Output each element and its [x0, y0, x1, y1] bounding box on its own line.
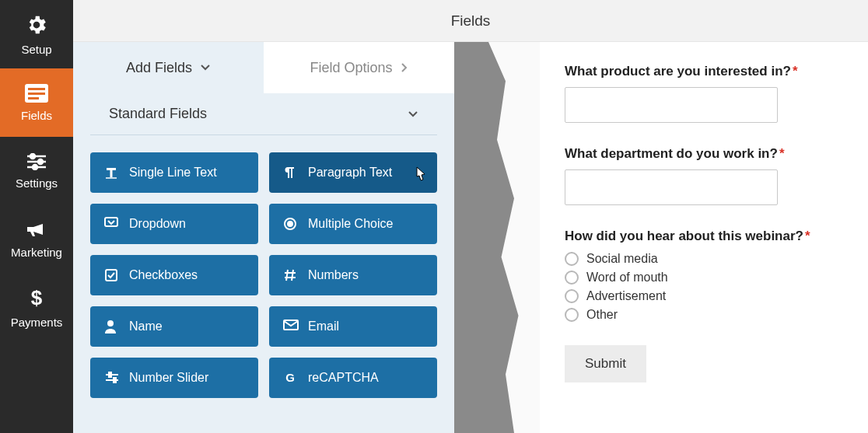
sidebar-item-payments[interactable]: $ Payments: [0, 274, 73, 342]
field-paragraph-text[interactable]: Paragraph Text: [269, 152, 437, 193]
sidebar-item-settings[interactable]: Settings: [0, 137, 73, 205]
svg-line-17: [292, 270, 293, 281]
field-label: Email: [308, 320, 339, 333]
sidebar-label-setup: Setup: [21, 43, 51, 56]
builder-tabs: Add Fields Field Options: [73, 42, 454, 93]
page-title: Fields: [451, 12, 491, 30]
radio-option[interactable]: Advertisement: [565, 289, 826, 303]
svg-rect-15: [106, 270, 117, 281]
radio-icon: [565, 308, 579, 322]
preview-gutter: [454, 42, 540, 433]
chevron-down-icon: [408, 110, 418, 118]
radio-icon: [565, 289, 579, 303]
dollar-icon: $: [30, 288, 43, 309]
field-email[interactable]: Email: [269, 306, 437, 347]
radio-icon: [565, 252, 579, 266]
question-department: What department do you work in?*: [565, 146, 826, 205]
topbar: Fields: [73, 0, 868, 42]
hash-icon: [283, 268, 297, 282]
required-asterisk: *: [805, 229, 810, 243]
radio-option[interactable]: Word of mouth: [565, 271, 826, 285]
tab-add-fields[interactable]: Add Fields: [73, 42, 264, 93]
field-label: reCAPTCHA: [308, 371, 379, 385]
svg-rect-1: [28, 88, 45, 90]
svg-text:G: G: [285, 371, 295, 384]
question-product: What product are you interested in?*: [565, 64, 826, 123]
sliders-icon: [26, 153, 47, 170]
paragraph-icon: [283, 166, 297, 180]
radio-icon: [565, 271, 579, 285]
chevron-down-icon: [200, 64, 211, 72]
field-label: Numbers: [308, 268, 359, 282]
department-input[interactable]: [565, 169, 778, 205]
radio-label: Advertisement: [586, 289, 666, 303]
required-asterisk: *: [779, 146, 785, 161]
radio-option[interactable]: Other: [565, 308, 826, 322]
dropdown-icon: [104, 217, 118, 231]
svg-point-5: [30, 154, 35, 159]
radio-label: Word of mouth: [586, 271, 668, 285]
sidebar-item-fields[interactable]: Fields: [0, 68, 73, 137]
sidebar-item-setup[interactable]: Setup: [0, 0, 73, 68]
field-label: Checkboxes: [129, 268, 198, 282]
field-recaptcha[interactable]: G reCAPTCHA: [269, 358, 437, 398]
sidebar-label-payments: Payments: [11, 316, 63, 329]
field-label: Single Line Text: [129, 166, 217, 180]
radio-icon: [283, 217, 297, 231]
field-label: Paragraph Text: [308, 166, 392, 180]
question-label: How did you hear about this webinar?*: [565, 229, 826, 244]
google-icon: G: [283, 371, 297, 385]
text-icon: [104, 166, 118, 180]
slider-icon: [104, 371, 118, 385]
field-label: Name: [129, 320, 163, 333]
sidebar-label-settings: Settings: [16, 176, 58, 190]
section-title: Standard Fields: [109, 106, 207, 122]
radio-option[interactable]: Social media: [565, 252, 826, 266]
tab-label: Add Fields: [126, 60, 192, 76]
svg-rect-2: [28, 93, 45, 95]
svg-point-14: [288, 222, 292, 226]
form-icon: [25, 84, 48, 103]
svg-point-9: [33, 165, 37, 169]
sidebar-label-marketing: Marketing: [11, 246, 62, 259]
tab-field-options[interactable]: Field Options: [264, 42, 454, 93]
svg-rect-25: [114, 378, 116, 382]
chevron-right-icon: [401, 62, 408, 73]
radio-label: Other: [586, 308, 618, 322]
field-single-line-text[interactable]: Single Line Text: [90, 152, 258, 193]
gear-icon: [25, 13, 48, 37]
field-label: Multiple Choice: [308, 217, 393, 231]
sidebar-item-marketing[interactable]: Marketing: [0, 205, 73, 274]
question-label: What department do you work in?*: [565, 146, 826, 162]
svg-line-16: [286, 270, 288, 281]
field-checkboxes[interactable]: Checkboxes: [90, 255, 258, 295]
svg-text:$: $: [31, 288, 43, 309]
field-name[interactable]: Name: [90, 306, 258, 347]
svg-point-7: [38, 159, 43, 164]
section-standard-fields[interactable]: Standard Fields: [90, 93, 437, 135]
field-multiple-choice[interactable]: Multiple Choice: [269, 204, 437, 244]
svg-rect-3: [28, 97, 39, 100]
field-label: Dropdown: [129, 217, 186, 231]
sidebar-label-fields: Fields: [21, 109, 52, 122]
question-hear-about: How did you hear about this webinar?* So…: [565, 229, 826, 322]
main-area: Fields Add Fields Field Options: [73, 0, 868, 433]
field-numbers[interactable]: Numbers: [269, 255, 437, 295]
field-dropdown[interactable]: Dropdown: [90, 204, 258, 244]
svg-point-20: [107, 320, 114, 326]
question-label: What product are you interested in?*: [565, 64, 826, 79]
tab-label: Field Options: [310, 60, 392, 76]
body-row: Add Fields Field Options Standard Fields: [73, 42, 868, 433]
submit-button[interactable]: Submit: [565, 345, 646, 382]
main-sidebar: Setup Fields Settings Marketing $ Paymen…: [0, 0, 73, 433]
product-input[interactable]: [565, 87, 778, 123]
field-number-slider[interactable]: Number Slider: [90, 358, 258, 398]
form-preview: What product are you interested in?* Wha…: [540, 42, 868, 433]
bullhorn-icon: [26, 221, 47, 239]
email-icon: [283, 320, 297, 333]
field-builder-panel: Add Fields Field Options Standard Fields: [73, 42, 454, 433]
checkbox-icon: [104, 268, 118, 282]
person-icon: [104, 320, 118, 333]
svg-rect-23: [109, 372, 111, 377]
field-grid: Single Line Text Paragraph Text Dropdown…: [73, 135, 454, 415]
